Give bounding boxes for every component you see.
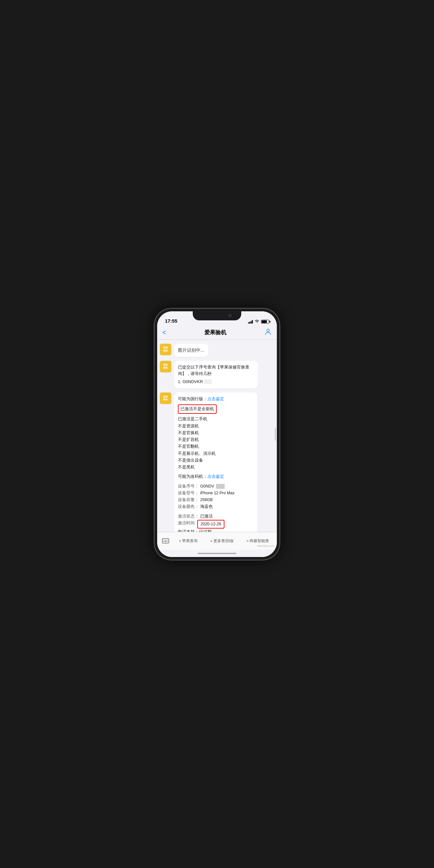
phone-screen: 17:55 < 爱果验机 <box>157 311 277 557</box>
status-icons <box>248 320 269 323</box>
list-item: 爱果验机 已提交以下序号查询【苹果保修官换查询】，请等待几秒 1. G0NDVK… <box>160 361 274 389</box>
user-icon[interactable] <box>265 328 272 337</box>
message-text: 已提交以下序号查询【苹果保修官换查询】，请等待几秒 <box>178 364 254 378</box>
activated-not-new-highlight: 已激活不是全新机 <box>178 404 253 414</box>
scroll-indicator <box>275 428 276 441</box>
bubble-2: 已提交以下序号查询【苹果保修官换查询】，请等待几秒 1. G0NDVKR <box>174 361 258 389</box>
svg-rect-1 <box>162 538 169 543</box>
not-refurbished: 不是官翻机 <box>178 443 253 450</box>
color-row: 设备颜色： 海蓝色 <box>178 503 253 510</box>
not-display: 不是展示机、演示机 <box>178 450 253 457</box>
svg-point-3 <box>165 540 165 540</box>
battery-icon <box>261 320 269 323</box>
svg-point-5 <box>167 540 168 540</box>
activation-date: 2020-12-26 <box>197 520 224 529</box>
serial-row: 设备序号： G0NDV ███ <box>178 483 253 490</box>
highlighted-status: 已激活不是全新机 <box>178 404 217 414</box>
keyboard-icon <box>162 537 169 545</box>
activation-time-row: 激活时间 2020-12-26 <box>178 520 253 529</box>
device-info-section: 设备序号： G0NDV ███ 设备型号： iPhone 12 Pro Max … <box>178 483 253 510</box>
bubble-3: 可能为国行版：点击鉴定 已激活不是全新机 已激活是二手机 不是资源机 不是官换机… <box>174 393 257 532</box>
message-text: 图片识别中... <box>178 347 205 353</box>
list-item: 爱果验机 图片识别中... <box>160 344 274 357</box>
not-resource: 不是资源机 <box>178 423 253 430</box>
svg-point-2 <box>163 540 164 540</box>
avatar: 爱果验机 <box>160 393 172 404</box>
modified-line: 可能为改码机：点击鉴定 <box>178 473 253 480</box>
activation-date-highlight: 2020-12-26 <box>197 520 224 529</box>
serial-number: 1. G0NDVKR <box>178 378 254 385</box>
svg-point-0 <box>267 329 269 332</box>
avatar: 爱果验机 <box>160 344 172 355</box>
not-official: 不是官换机 <box>178 430 253 436</box>
version-line: 可能为国行版：点击鉴定 <box>178 396 253 402</box>
svg-point-4 <box>166 540 166 540</box>
signal-icon <box>248 320 253 323</box>
notch <box>193 311 241 320</box>
capacity-row: 设备容量： 256GB <box>178 497 253 503</box>
watermark: www.dxcp.com <box>257 545 274 547</box>
not-expanded: 不是扩容机 <box>178 436 253 443</box>
tab-items: ≡ 苹果查询 ≡ 更多查/回收 ≡ 终极智能查 <box>173 538 276 544</box>
phone-frame: 17:55 < 爱果验机 <box>154 308 280 560</box>
page-title: 爱果验机 <box>205 329 226 336</box>
back-button[interactable]: < <box>162 329 166 336</box>
not-loan: 不是借出设备 <box>178 457 253 464</box>
second-hand: 已激活是二手机 <box>178 416 253 423</box>
activation-section: 激活状态： 已激活 激活时间 2020-12-26 电话支持：已过期 保修状态：… <box>178 513 253 532</box>
svg-point-6 <box>163 541 164 542</box>
status-time: 17:55 <box>165 318 177 323</box>
nav-bar: < 爱果验机 <box>157 326 277 340</box>
bubble-1: 图片识别中... <box>174 344 208 357</box>
model-row: 设备型号： iPhone 12 Pro Max <box>178 490 253 497</box>
identify-link-1[interactable]: 点击鉴定 <box>207 397 224 401</box>
chat-area: 爱果验机 图片识别中... 爱果验机 已提交以下序号查询【苹果保修官换查询】，请… <box>157 340 277 532</box>
camera <box>228 314 231 317</box>
tab-ultimate-query[interactable]: ≡ 终极智能查 <box>247 538 269 544</box>
tab-apple-query[interactable]: ≡ 苹果查询 <box>179 538 197 544</box>
phone-support-row: 电话支持：已过期 <box>178 529 253 531</box>
identify-link-2[interactable]: 点击鉴定 <box>207 474 224 479</box>
home-bar <box>197 553 237 554</box>
activation-status-row: 激活状态： 已激活 <box>178 513 253 520</box>
avatar: 爱果验机 <box>160 361 172 372</box>
not-blacklisted: 不是黑机 <box>178 464 253 471</box>
home-indicator <box>157 550 277 557</box>
svg-rect-7 <box>165 541 166 542</box>
tab-more-query[interactable]: ≡ 更多查/回收 <box>211 538 234 544</box>
svg-point-8 <box>167 541 168 542</box>
list-item: 爱果验机 可能为国行版：点击鉴定 已激活不是全新机 已激活是二手机 不是资源机 … <box>160 393 274 532</box>
wifi-icon <box>254 320 259 323</box>
keyboard-button[interactable] <box>158 534 173 548</box>
